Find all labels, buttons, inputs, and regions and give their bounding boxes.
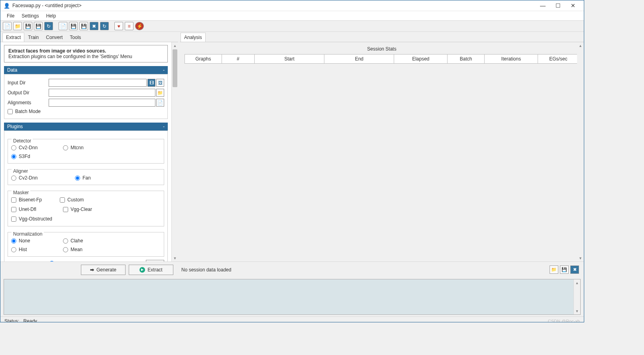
- refeed-label: Re Feed: [8, 261, 49, 261]
- tool-saveas-icon[interactable]: 💾: [34, 22, 43, 30]
- masker-custom[interactable]: Custom: [60, 197, 120, 203]
- console-scrollbar[interactable]: ▲ ▼: [573, 279, 580, 314]
- tab-convert[interactable]: Convert: [42, 33, 66, 42]
- detector-cv2dnn[interactable]: Cv2-Dnn: [11, 145, 63, 150]
- description-box: Extract faces from image or video source…: [4, 45, 168, 62]
- tool-close-icon[interactable]: ✖: [90, 22, 98, 30]
- app-icon: 👤: [4, 3, 10, 9]
- scroll-thumb[interactable]: [173, 49, 177, 87]
- detector-mtcnn[interactable]: Mtcnn: [63, 145, 115, 150]
- session-clear-icon[interactable]: ✖: [570, 265, 579, 274]
- tool-config-saveas-icon[interactable]: 💾: [79, 22, 88, 30]
- row-output-dir: Output Dir 📁: [8, 89, 164, 97]
- batch-mode-checkbox[interactable]: Batch Mode: [8, 109, 164, 114]
- norm-clahe[interactable]: Clahe: [63, 238, 115, 244]
- right-scrollbar[interactable]: ▲ ▼: [577, 42, 584, 261]
- tool-donate-icon[interactable]: ♥: [114, 22, 123, 30]
- status-label: Status:: [4, 318, 19, 323]
- masker-group: Bisenet-Fp Custom Unet-Dfl Vgg-Clear Vgg…: [8, 191, 164, 226]
- col-iter: Iterations: [485, 55, 538, 64]
- col-num: #: [222, 55, 254, 64]
- tool-config-new-icon[interactable]: 📄: [59, 22, 67, 30]
- section-header-data: Data -: [4, 66, 168, 74]
- right-scroll-up-icon[interactable]: ▲: [577, 42, 584, 49]
- tool-new-icon[interactable]: 📄: [3, 22, 12, 30]
- menubar: File Settings Help: [0, 11, 584, 20]
- session-open-icon[interactable]: 📁: [550, 265, 558, 274]
- masker-bisenet[interactable]: Bisenet-Fp: [11, 197, 60, 203]
- main-area: Extract Train Convert Tools Extract face…: [0, 32, 584, 261]
- tool-refresh-icon[interactable]: ↻: [100, 22, 109, 30]
- input-video-icon[interactable]: 🎞: [147, 79, 155, 87]
- generate-arrow-icon: ➡: [90, 267, 94, 273]
- section-data-label: Data: [7, 67, 17, 73]
- play-icon: ▶: [139, 267, 145, 273]
- tab-train[interactable]: Train: [24, 33, 42, 42]
- col-batch: Batch: [448, 55, 485, 64]
- menu-settings[interactable]: Settings: [18, 12, 42, 20]
- tool-config-save-icon[interactable]: 💾: [69, 22, 78, 30]
- menu-help[interactable]: Help: [43, 12, 60, 20]
- norm-mean[interactable]: Mean: [63, 247, 115, 252]
- input-image-icon[interactable]: 🖼: [156, 79, 164, 87]
- console-scroll-up-icon[interactable]: ▲: [574, 279, 580, 286]
- aligner-cv2dnn[interactable]: Cv2-Dnn: [11, 175, 75, 181]
- masker-vggclear[interactable]: Vgg-Clear: [63, 207, 112, 212]
- input-dir-label: Input Dir: [8, 80, 49, 86]
- alignments-file-icon[interactable]: 📄: [156, 99, 164, 107]
- col-start: Start: [255, 55, 324, 64]
- refeed-row: Re Feed: [8, 260, 164, 261]
- col-end: End: [324, 55, 394, 64]
- section-data-body: Input Dir 🎞 🖼 Output Dir 📁 Alignments 📄: [4, 74, 168, 119]
- scroll-down-icon[interactable]: ▼: [172, 255, 178, 261]
- close-button[interactable]: ✕: [565, 2, 581, 9]
- section-plugins-label: Plugins: [7, 124, 23, 129]
- right-pane: Analysis Session Stats Graphs # Start En…: [178, 32, 584, 261]
- detector-s3fd[interactable]: S3Fd: [11, 154, 63, 159]
- tool-reload-icon[interactable]: ↻: [44, 22, 53, 30]
- aligner-fan[interactable]: Fan: [75, 175, 127, 181]
- menu-file[interactable]: File: [3, 12, 18, 20]
- collapse-data[interactable]: -: [163, 67, 165, 73]
- norm-none[interactable]: None: [11, 238, 63, 244]
- refeed-slider[interactable]: [49, 261, 143, 261]
- minimize-button[interactable]: —: [535, 2, 550, 9]
- norm-hist[interactable]: Hist: [11, 247, 63, 252]
- norm-group-label: Normalization: [12, 231, 44, 237]
- left-scrollbar[interactable]: ▲ ▼: [171, 42, 178, 261]
- col-graphs: Graphs: [185, 55, 222, 64]
- aligner-group: Cv2-Dnn Fan: [8, 169, 164, 185]
- tab-extract[interactable]: Extract: [2, 33, 24, 42]
- collapse-plugins[interactable]: -: [163, 124, 165, 129]
- output-dir-label: Output Dir: [8, 90, 49, 96]
- left-pane: Extract Train Convert Tools Extract face…: [0, 32, 178, 261]
- action-row: ➡ Generate ▶ Extract No session data loa…: [0, 261, 584, 277]
- tab-tools[interactable]: Tools: [66, 33, 84, 42]
- tool-save-icon[interactable]: 💾: [24, 22, 32, 30]
- tool-action-icon[interactable]: ⚡: [135, 22, 144, 30]
- session-save-icon[interactable]: 💾: [560, 265, 569, 274]
- table-header-row: Graphs # Start End Elapsed Batch Iterati…: [185, 55, 579, 64]
- tool-log-icon[interactable]: ≡: [125, 22, 134, 30]
- extract-button[interactable]: ▶ Extract: [129, 265, 173, 275]
- generate-button[interactable]: ➡ Generate: [81, 265, 126, 275]
- left-content: Extract faces from image or video source…: [0, 42, 178, 261]
- masker-unet[interactable]: Unet-Dfl: [11, 207, 63, 212]
- input-dir-field[interactable]: [49, 79, 147, 87]
- output-dir-field[interactable]: [49, 89, 155, 97]
- tool-open-icon[interactable]: 📁: [13, 22, 22, 30]
- session-toolbar: 📁 💾 ✖: [550, 265, 579, 274]
- maximize-button[interactable]: ☐: [550, 2, 565, 9]
- masker-vggobs[interactable]: Vgg-Obstructed: [11, 216, 83, 222]
- alignments-field[interactable]: [49, 99, 155, 107]
- console-scroll-down-icon[interactable]: ▼: [574, 308, 580, 314]
- right-tabs: Analysis: [180, 32, 584, 42]
- session-message: No session data loaded: [181, 267, 550, 273]
- toolbar: 📄 📁 💾 💾 ↻ 📄 💾 💾 ✖ ↻ ♥ ≡ ⚡: [0, 20, 584, 32]
- col-egs: EGs/sec: [538, 55, 579, 64]
- refeed-value[interactable]: [146, 260, 164, 261]
- scroll-up-icon[interactable]: ▲: [172, 42, 178, 49]
- tab-analysis[interactable]: Analysis: [181, 33, 206, 42]
- output-folder-icon[interactable]: 📁: [156, 89, 164, 97]
- right-scroll-down-icon[interactable]: ▼: [577, 255, 584, 261]
